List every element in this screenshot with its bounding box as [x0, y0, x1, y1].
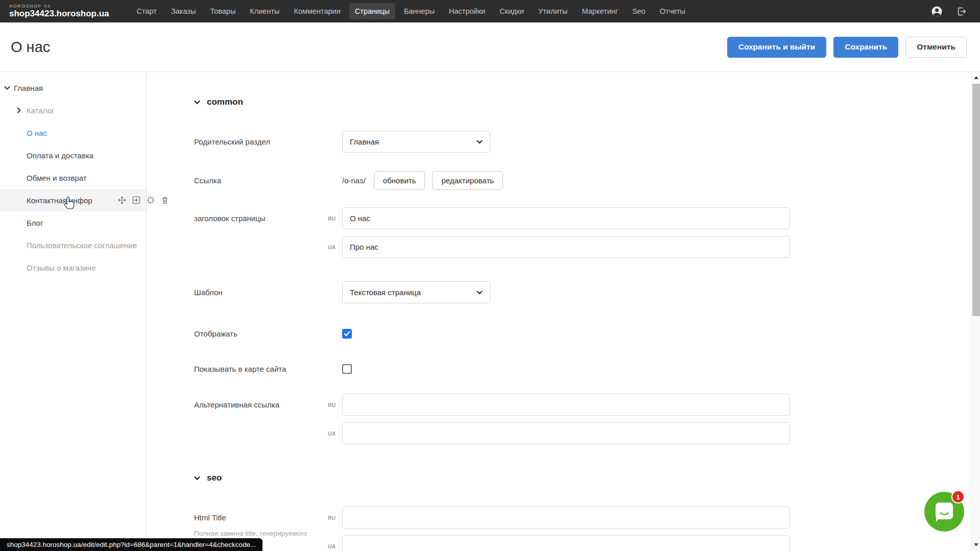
page-title-row: заголовок страницы RU UA [194, 207, 971, 258]
topnav-item[interactable]: Отчеты [654, 3, 691, 19]
lang-ua-badge: UA [328, 430, 336, 437]
display-label: Отображать [194, 329, 342, 338]
topnav-item[interactable]: Скидки [494, 3, 530, 19]
alt-link-row: Альтернативная ссылка RU UA [194, 394, 971, 444]
topnav-item[interactable]: Seo [627, 3, 651, 19]
chat-widget-button[interactable]: 1 [924, 492, 964, 532]
topnav-item[interactable]: Настройки [443, 3, 491, 19]
sitemap-row: Показывать в карте сайта [194, 364, 971, 374]
sidebar-item[interactable]: Отзывы о магазине [0, 256, 146, 279]
section-seo-title: seo [207, 473, 222, 483]
lang-ua-badge: UA [328, 244, 336, 250]
page-tree: ГлавнаяКаталогО насОплата и доставкаОбме… [0, 73, 146, 279]
alt-link-ua-input[interactable] [342, 422, 790, 444]
sidebar-item-actions [117, 189, 170, 211]
sidebar-item[interactable]: Контактная инфор [0, 189, 146, 211]
lang-ru-badge: RU [328, 215, 336, 222]
page-title: О нас [11, 39, 50, 56]
sidebar-item-label: Каталог [27, 106, 55, 115]
link-refresh-button[interactable]: обновить [374, 171, 425, 190]
topnav-item[interactable]: Страницы [349, 3, 395, 19]
chevron-down-icon [194, 100, 200, 105]
sitemap-checkbox[interactable] [342, 364, 352, 374]
display-checkbox[interactable] [342, 329, 352, 339]
chevron-right-icon[interactable] [17, 107, 27, 113]
scroll-down-arrow-icon[interactable] [972, 541, 980, 549]
scroll-up-arrow-icon[interactable] [972, 74, 980, 82]
sidebar-item-label: Пользовательское соглашение [27, 241, 137, 250]
save-button[interactable]: Сохранить [833, 37, 898, 58]
link-value: /o-nas/ [342, 176, 366, 185]
sidebar-item[interactable]: Главная [0, 77, 146, 99]
add-icon[interactable] [132, 196, 141, 205]
section-common-header[interactable]: common [194, 97, 971, 107]
section-seo-header[interactable]: seo [194, 473, 971, 483]
logo[interactable]: HOROSHOP V4 shop34423.horoshop.ua [9, 4, 109, 18]
sidebar-item-label: Отзывы о магазине [27, 263, 95, 272]
chevron-down-icon [476, 291, 483, 295]
lang-ru-badge: RU [328, 515, 336, 521]
topnav-item[interactable]: Товары [204, 3, 241, 19]
account-icon[interactable] [931, 6, 943, 17]
scrollbar-thumb[interactable] [972, 84, 980, 316]
parent-section-select[interactable]: Главная [342, 131, 490, 153]
vertical-scrollbar[interactable] [971, 73, 980, 551]
logout-icon[interactable] [956, 6, 967, 17]
html-title-ua-input[interactable] [342, 535, 790, 551]
chat-notification-badge: 1 [951, 490, 965, 504]
sidebar-item-label: Главная [14, 84, 43, 92]
html-title-ru-input[interactable] [342, 507, 790, 529]
parent-section-value: Главная [350, 137, 379, 146]
sidebar-item-label: Обмен и возврат [27, 174, 87, 182]
move-icon[interactable] [117, 196, 127, 205]
chat-bubble-icon [934, 501, 955, 522]
alt-link-ru-input[interactable] [342, 394, 790, 416]
topnav-item[interactable]: Старт [131, 3, 162, 19]
sidebar-item[interactable]: Блог [0, 211, 146, 234]
settings-icon[interactable] [146, 196, 155, 205]
topnav-item[interactable]: Баннеры [398, 3, 440, 19]
topnav-item[interactable]: Утилиты [533, 3, 573, 19]
topnav-item[interactable]: Маркетинг [577, 3, 624, 19]
delete-icon[interactable] [160, 196, 170, 205]
sidebar-item[interactable]: О нас [0, 122, 146, 144]
page-header: О нас Сохранить и выйти Сохранить Отмени… [0, 22, 980, 72]
template-label: Шаблон [194, 288, 342, 297]
topnav-item[interactable]: Комментарии [288, 3, 346, 19]
sidebar: ГлавнаяКаталогО насОплата и доставкаОбме… [0, 73, 147, 551]
status-url-bar: shop34423.horoshop.ua/edit/edit.php?id=6… [0, 538, 262, 551]
sidebar-item[interactable]: Пользовательское соглашение [0, 234, 146, 256]
topnav-item[interactable]: Клиенты [244, 3, 285, 19]
html-title-row: Html Title Полная замена title, генериру… [194, 507, 971, 551]
lang-ua-badge: UA [328, 543, 336, 549]
main-content: common Родительский раздел Главная Ссылк… [147, 73, 971, 551]
sitemap-label: Показывать в карте сайта [194, 365, 342, 373]
html-title-label: Html Title Полная замена title, генериру… [194, 507, 342, 539]
logo-domain: shop34423.horoshop.ua [9, 9, 109, 18]
section-common-title: common [207, 97, 243, 107]
chevron-down-icon [194, 476, 200, 481]
save-exit-button[interactable]: Сохранить и выйти [727, 37, 827, 58]
page-title-label: заголовок страницы [194, 207, 342, 229]
alt-link-label: Альтернативная ссылка [194, 394, 342, 416]
template-select[interactable]: Текстовая страница [342, 281, 490, 303]
template-row: Шаблон Текстовая страница [194, 281, 971, 303]
topbar: HOROSHOP V4 shop34423.horoshop.ua СтартЗ… [0, 0, 980, 22]
lang-ru-badge: RU [328, 402, 336, 408]
page-title-ru-input[interactable] [342, 207, 790, 229]
sidebar-item-label: Блог [27, 219, 43, 227]
parent-section-row: Родительский раздел Главная [194, 131, 971, 153]
chevron-down-icon [476, 140, 483, 144]
page-title-ua-input[interactable] [342, 236, 790, 258]
sidebar-item[interactable]: Оплата и доставка [0, 144, 146, 166]
topnav-item[interactable]: Заказы [165, 3, 201, 19]
template-value: Текстовая страница [350, 288, 421, 297]
sidebar-item[interactable]: Обмен и возврат [0, 166, 146, 189]
chevron-down-icon[interactable] [4, 86, 14, 90]
cancel-button[interactable]: Отменить [905, 37, 967, 58]
sidebar-item[interactable]: Каталог [0, 99, 146, 122]
link-edit-button[interactable]: редактировать [432, 171, 503, 190]
link-row: Ссылка /o-nas/ обновить редактировать [194, 171, 971, 190]
link-label: Ссылка [194, 176, 342, 185]
parent-section-label: Родительский раздел [194, 137, 342, 146]
